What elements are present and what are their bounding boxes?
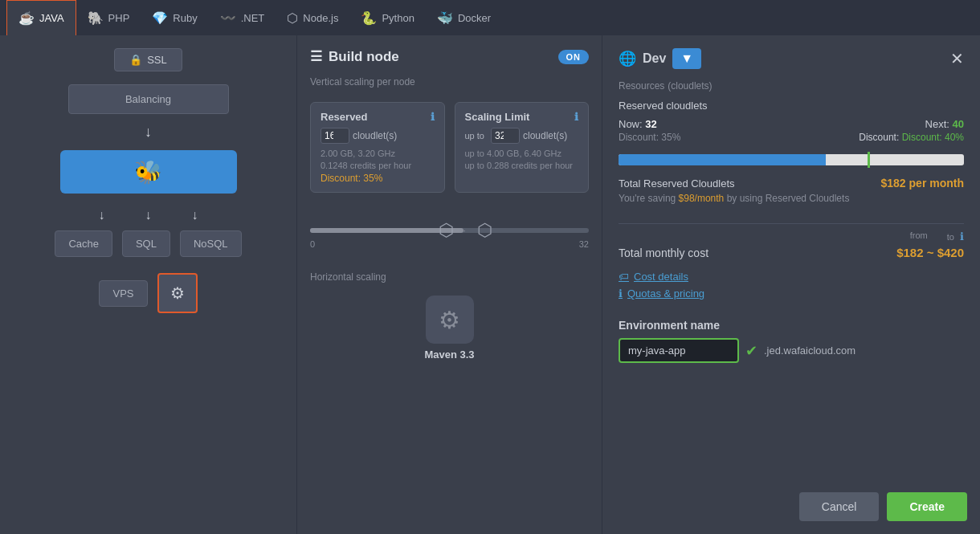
java-server-icon: 🐝	[134, 159, 162, 185]
vps-button[interactable]: VPS	[99, 280, 147, 307]
sql-button[interactable]: SQL	[122, 230, 170, 257]
slider-dots: ···	[458, 225, 466, 236]
total-reserved-label: Total Reserved Cloudlets	[619, 177, 735, 190]
scaling-info-icon[interactable]: ℹ	[574, 111, 578, 123]
env-name-row: ✔ .jed.wafaicloud.com	[619, 338, 964, 363]
cost-details-link[interactable]: 🏷 Cost details	[619, 271, 964, 283]
right-panel: 🌐 Dev ▼ ✕ Resources (cloudlets) Reserved…	[602, 35, 980, 534]
main-layout: 🔒 SSL Balancing ↓ 🐝 ↓ ↓ ↓ Cache SQL NoSQ…	[0, 35, 980, 534]
env-selector: 🌐 Dev ▼	[619, 48, 701, 69]
left-panel: 🔒 SSL Balancing ↓ 🐝 ↓ ↓ ↓ Cache SQL NoSQ…	[0, 35, 297, 534]
maven-icon-box[interactable]: ⚙	[426, 296, 474, 344]
saving-text: You're saving $98/month by using Reserve…	[619, 193, 964, 204]
sql-label: SQL	[136, 238, 157, 250]
resources-subtitle: (cloudlets)	[668, 80, 712, 92]
tab-python[interactable]: 🐍 Python	[349, 0, 425, 35]
resources-title-text: Resources	[619, 80, 664, 92]
scaling-specs2: up to 0.288 credits per hour	[465, 161, 579, 170]
cancel-button[interactable]: Cancel	[799, 492, 880, 521]
next-label: Next: 40	[859, 118, 964, 130]
tab-bar: ☕ JAVA 🐘 PHP 💎 Ruby 〰️ .NET ⬡ Node.js 🐍 …	[0, 0, 980, 35]
reserved-input[interactable]	[321, 128, 349, 144]
reserved-box: Reserved ℹ cloudlet(s) 2.00 GB, 3.20 GHz…	[310, 102, 445, 193]
slider-handle-left[interactable]: ⬡	[439, 220, 454, 241]
nosql-label: NoSQL	[194, 238, 228, 250]
reserved-specs: 2.00 GB, 3.20 GHz	[321, 149, 435, 158]
tab-ruby[interactable]: 💎 Ruby	[141, 0, 208, 35]
build-node-title: ☰ Build node	[310, 48, 399, 65]
build-node-header: ☰ Build node ON	[310, 48, 589, 65]
storage-row: Cache SQL NoSQL	[55, 230, 241, 257]
ssl-button[interactable]: 🔒 SSL	[114, 48, 182, 71]
gear-button[interactable]: ⚙	[157, 273, 198, 313]
quotas-text: Quotas & pricing	[627, 287, 704, 300]
cancel-label: Cancel	[822, 500, 857, 513]
scaling-up-to: up to	[465, 131, 484, 141]
cache-button[interactable]: Cache	[55, 230, 112, 257]
to-label: to	[947, 232, 954, 242]
balancing-label: Balancing	[125, 93, 171, 105]
next-value: 40	[953, 118, 964, 130]
quotas-link[interactable]: ℹ Quotas & pricing	[619, 287, 964, 300]
slider-min: 0	[310, 239, 315, 249]
ssl-label: SSL	[147, 54, 167, 66]
maven-icon: ⚙	[439, 306, 460, 334]
discount-now: Discount: 35%	[619, 132, 680, 143]
cache-label: Cache	[68, 238, 99, 250]
monthly-to: $420	[937, 246, 964, 259]
env-dropdown-button[interactable]: ▼	[672, 48, 701, 69]
tab-php[interactable]: 🐘 PHP	[76, 0, 141, 35]
arrow-down-nosql: ↓	[192, 208, 198, 222]
close-button[interactable]: ✕	[950, 49, 964, 68]
toggle-label: ON	[566, 52, 582, 62]
nosql-button[interactable]: NoSQL	[180, 230, 242, 257]
tab-net[interactable]: 〰️ .NET	[209, 0, 276, 35]
tab-nodejs[interactable]: ⬡ Node.js	[276, 0, 349, 35]
reserved-title: Reserved ℹ	[321, 111, 435, 123]
python-icon: 🐍	[361, 10, 377, 26]
reserved-cloudlets-text: Reserved cloudlets	[619, 100, 708, 112]
docker-icon: 🐳	[437, 10, 453, 26]
divider	[619, 223, 964, 224]
monthly-cost-row: Total monthly cost $182 ~ $420	[619, 246, 964, 259]
to-info-icon[interactable]: ℹ	[960, 230, 964, 243]
reserved-discount: Discount: 35%	[321, 173, 435, 184]
quotas-icon: ℹ	[619, 287, 623, 300]
reserved-credits: 0.1248 credits per hour	[321, 161, 435, 170]
next-col: Next: 40 Discount: Discount: 40%	[859, 118, 964, 143]
links-row: 🏷 Cost details ℹ Quotas & pricing	[619, 271, 964, 300]
tab-docker[interactable]: 🐳 Docker	[426, 0, 502, 35]
create-button[interactable]: Create	[887, 492, 967, 521]
scaling-limit-input[interactable]	[491, 128, 520, 144]
tab-php-label: PHP	[108, 12, 130, 24]
tab-docker-label: Docker	[458, 12, 491, 24]
balancing-box: Balancing	[68, 84, 229, 114]
monthly-from: $182	[896, 246, 923, 259]
saving-suffix: by using Reserved Cloudlets	[724, 193, 849, 204]
ssl-icon: 🔒	[129, 54, 142, 66]
cloudlets-bar-marker	[868, 152, 870, 168]
tab-java[interactable]: ☕ JAVA	[6, 0, 76, 35]
build-node-title-text: Build node	[329, 49, 399, 65]
scaling-unit: cloudlet(s)	[523, 130, 567, 141]
net-icon: 〰️	[220, 10, 236, 26]
gear-icon: ⚙	[170, 283, 185, 303]
scaling-boxes: Reserved ℹ cloudlet(s) 2.00 GB, 3.20 GHz…	[310, 102, 589, 193]
slider-max: 32	[579, 239, 589, 249]
total-reserved-row: Total Reserved Cloudlets $182 per month	[619, 177, 964, 190]
slider-handle-right[interactable]: ⬡	[477, 220, 492, 241]
from-label: from	[910, 230, 928, 243]
scaling-limit-title: Scaling Limit ℹ	[465, 111, 579, 123]
now-label: Now: 32	[619, 118, 680, 130]
domain-suffix: .jed.wafaicloud.com	[764, 344, 855, 357]
tab-nodejs-label: Node.js	[303, 12, 338, 24]
java-server-button[interactable]: 🐝	[60, 150, 237, 194]
discount-next-val: Discount: 40%	[902, 132, 964, 143]
toggle-on[interactable]: ON	[558, 50, 590, 64]
vertical-scaling-label: Vertical scaling per node	[310, 76, 589, 88]
env-name-label: Environment name	[619, 319, 964, 332]
reserved-info-icon[interactable]: ℹ	[431, 111, 435, 123]
monthly-cost-range: $182 ~ $420	[896, 246, 964, 259]
maven-label: Maven 3.3	[424, 349, 474, 361]
env-name-input[interactable]	[619, 338, 739, 363]
